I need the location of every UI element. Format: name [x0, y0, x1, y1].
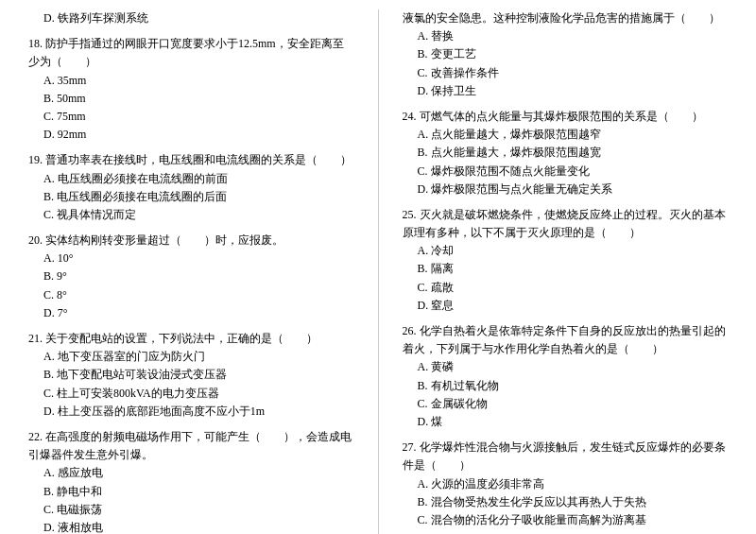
- q22-option-d: D. 液相放电: [28, 519, 354, 534]
- q25-title: 25. 灭火就是破坏燃烧条件，使燃烧反应终止的过程。灭火的基本原理有多种，以下不…: [403, 206, 729, 242]
- q23-cont-text: 液氯的安全隐患。这种控制液险化学品危害的措施属于（ ）: [403, 9, 729, 27]
- q18-option-d: D. 92mm: [28, 126, 354, 144]
- q21-option-c: C. 柱上可安装800kVA的电力变压器: [28, 385, 354, 403]
- column-divider: [378, 9, 379, 534]
- q22-option-b: B. 静电中和: [28, 483, 354, 501]
- q21-title: 21. 关于变配电站的设置，下列说法中，正确的是（ ）: [28, 330, 354, 348]
- question-26: 26. 化学自热着火是依靠特定条件下自身的反应放出的热量引起的着火，下列属于与水…: [403, 322, 729, 431]
- q26-option-d: D. 煤: [403, 413, 729, 431]
- q18-option-b: B. 50mm: [28, 90, 354, 108]
- q25-option-b: B. 隔离: [403, 260, 729, 278]
- q20-option-b: B. 9°: [28, 267, 354, 285]
- question-23-cont: 液氯的安全隐患。这种控制液险化学品危害的措施属于（ ） A. 替换 B. 变更工…: [403, 9, 729, 100]
- q20-option-a: A. 10°: [28, 250, 354, 267]
- q19-option-a: A. 电压线圈必须接在电流线圈的前面: [28, 170, 354, 188]
- question-22: 22. 在高强度的射频电磁场作用下，可能产生（ ），会造成电引爆器件发生意外引爆…: [28, 428, 354, 534]
- question-18: 18. 防护手指通过的网眼开口宽度要求小于12.5mm，安全距离至少为（ ） A…: [28, 35, 354, 144]
- q21-option-d: D. 柱上变压器的底部距地面高度不应小于1m: [28, 403, 354, 421]
- q26-option-c: C. 金属碳化物: [403, 395, 729, 413]
- q19-option-b: B. 电压线圈必须接在电流线圈的后面: [28, 188, 354, 206]
- q25-option-d: D. 窒息: [403, 297, 729, 315]
- q27-title: 27. 化学爆炸性混合物与火源接触后，发生链式反应爆炸的必要条件是（ ）: [403, 439, 729, 474]
- q27-option-b: B. 混合物受热发生化学反应以其再热人于失热: [403, 493, 729, 511]
- q23-option-a: A. 替换: [403, 27, 729, 45]
- q26-option-a: A. 黄磷: [403, 358, 729, 376]
- q22-option-a: A. 感应放电: [28, 464, 354, 482]
- q26-title: 26. 化学自热着火是依靠特定条件下自身的反应放出的热量引起的着火，下列属于与水…: [403, 322, 729, 358]
- q21-option-a: A. 地下变压器室的门应为防火门: [28, 348, 354, 366]
- q25-option-a: A. 冷却: [403, 242, 729, 260]
- q27-option-a: A. 火源的温度必须非常高: [403, 475, 729, 493]
- question-21: 21. 关于变配电站的设置，下列说法中，正确的是（ ） A. 地下变压器室的门应…: [28, 330, 354, 421]
- left-column: D. 铁路列车探测系统 18. 防护手指通过的网眼开口宽度要求小于12.5mm，…: [28, 9, 354, 534]
- q19-option-c: C. 视具体情况而定: [28, 206, 354, 224]
- q25-option-c: C. 疏散: [403, 279, 729, 297]
- q24-option-c: C. 爆炸极限范围不随点火能量变化: [403, 163, 729, 181]
- q26-option-b: B. 有机过氧化物: [403, 377, 729, 395]
- q22-title: 22. 在高强度的射频电磁场作用下，可能产生（ ），会造成电引爆器件发生意外引爆…: [28, 428, 354, 464]
- q27-option-c: C. 混合物的活化分子吸收能量而高解为游离基: [403, 511, 729, 529]
- q24-option-d: D. 爆炸极限范围与点火能量无确定关系: [403, 181, 729, 198]
- q18-d-option: D. 铁路列车探测系统: [28, 9, 354, 27]
- q23-option-c: C. 改善操作条件: [403, 64, 729, 82]
- question-24: 24. 可燃气体的点火能量与其爆炸极限范围的关系是（ ） A. 点火能量越大，爆…: [403, 108, 729, 198]
- q20-title: 20. 实体结构刚转变形量超过（ ）时，应报废。: [28, 232, 354, 250]
- q18-title: 18. 防护手指通过的网眼开口宽度要求小于12.5mm，安全距离至少为（ ）: [28, 35, 354, 71]
- q18-option-c: C. 75mm: [28, 108, 354, 126]
- q20-option-c: C. 8°: [28, 286, 354, 304]
- q18-option-a: A. 35mm: [28, 72, 354, 90]
- q23-option-b: B. 变更工艺: [403, 45, 729, 63]
- q24-option-b: B. 点火能量越大，爆炸极限范围越宽: [403, 144, 729, 162]
- question-27: 27. 化学爆炸性混合物与火源接触后，发生链式反应爆炸的必要条件是（ ） A. …: [403, 439, 729, 529]
- q20-option-d: D. 7°: [28, 304, 354, 322]
- question-25: 25. 灭火就是破坏燃烧条件，使燃烧反应终止的过程。灭火的基本原理有多种，以下不…: [403, 206, 729, 315]
- q22-option-c: C. 电磁振荡: [28, 501, 354, 519]
- question-20: 20. 实体结构刚转变形量超过（ ）时，应报废。 A. 10° B. 9° C.…: [28, 232, 354, 322]
- q24-option-a: A. 点火能量越大，爆炸极限范围越窄: [403, 126, 729, 144]
- q18-d-text: D. 铁路列车探测系统: [28, 9, 354, 27]
- q24-title: 24. 可燃气体的点火能量与其爆炸极限范围的关系是（ ）: [403, 108, 729, 126]
- q23-option-d: D. 保持卫生: [403, 82, 729, 100]
- question-19: 19. 普通功率表在接线时，电压线圈和电流线圈的关系是（ ） A. 电压线圈必须…: [28, 151, 354, 224]
- q21-option-b: B. 地下变配电站可装设油浸式变压器: [28, 366, 354, 384]
- right-column: 液氯的安全隐患。这种控制液险化学品危害的措施属于（ ） A. 替换 B. 变更工…: [403, 9, 729, 534]
- q19-title: 19. 普通功率表在接线时，电压线圈和电流线圈的关系是（ ）: [28, 151, 354, 169]
